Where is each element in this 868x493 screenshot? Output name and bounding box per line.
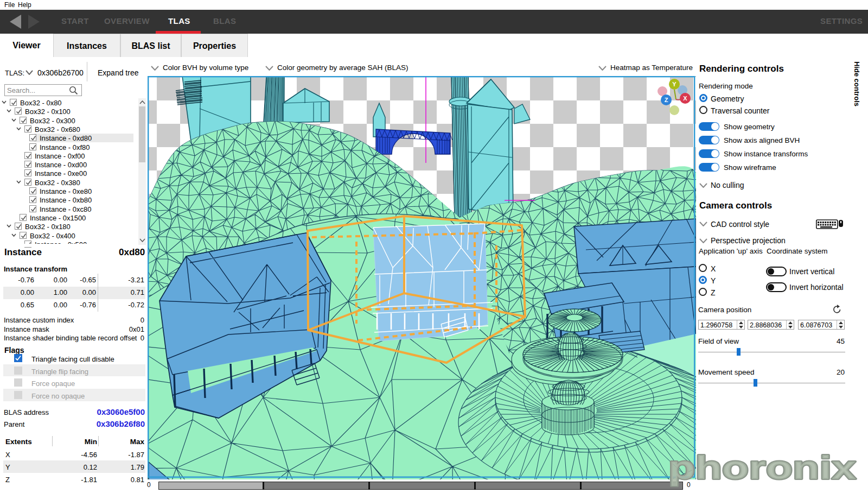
svg-text:Y: Y	[672, 81, 676, 87]
svg-text:phoronix: phoronix	[668, 448, 857, 486]
svg-text:X: X	[683, 95, 687, 102]
svg-text:Z: Z	[665, 97, 668, 103]
